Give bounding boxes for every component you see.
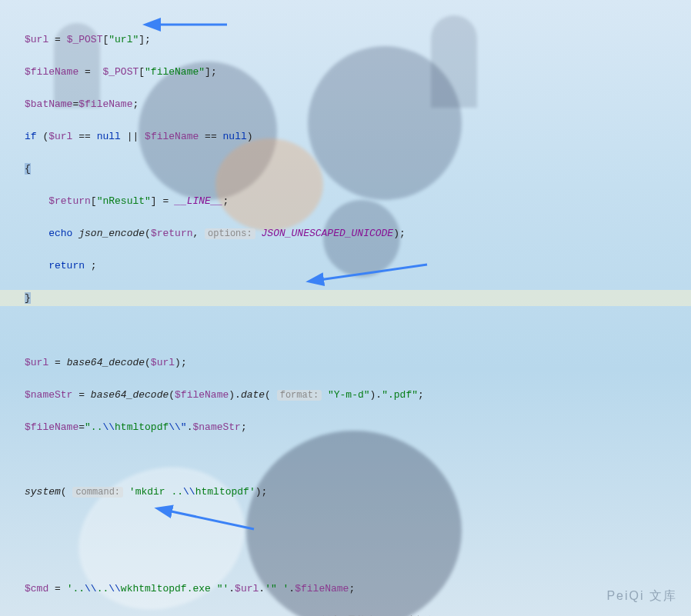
arrow-annotation-icon <box>312 260 435 296</box>
code-line <box>25 451 691 468</box>
svg-line-3 <box>319 265 427 280</box>
code-line <box>25 322 691 338</box>
code-line: $fileName = $_POST["fileName"]; <box>25 64 691 80</box>
code-block: $url = $_POST["url"]; $fileName = $_POST… <box>0 0 691 616</box>
code-line: if (getApacheVersion()>=24) { //apache 2… <box>25 613 691 616</box>
code-line: system( command: 'mkdir ..\\htmltopdf'); <box>25 484 691 500</box>
code-line: $nameStr = base64_decode($fileName).date… <box>25 387 691 403</box>
arrow-annotation-icon <box>150 18 235 39</box>
code-line: $fileName="..\\htmltopdf\\".$nameStr; <box>25 419 691 435</box>
arrow-annotation-icon <box>162 503 262 539</box>
code-line: $cmd = '..\\..\\wkhtmltopdf.exe "'.$url.… <box>25 581 691 597</box>
code-line: $batName=$fileName; <box>25 96 691 112</box>
code-line: $return["nResult"] = __LINE__; <box>25 193 691 209</box>
code-line: $url = base64_decode($url); <box>25 355 691 371</box>
watermark-text: PeiQi 文库 <box>606 588 677 604</box>
code-line: $url = $_POST["url"]; <box>25 32 691 48</box>
code-line <box>25 548 691 564</box>
code-line <box>25 516 691 532</box>
svg-line-5 <box>168 511 254 529</box>
code-line: { <box>25 161 691 177</box>
code-line: echo json_encode($return, options: JSON_… <box>25 225 691 241</box>
code-line: if ($url == null || $fileName == null) <box>25 128 691 145</box>
